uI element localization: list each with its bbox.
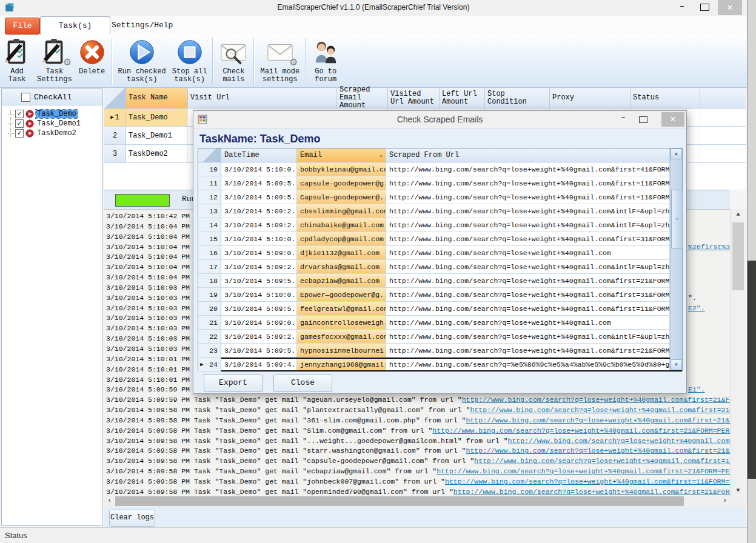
log-line: 3/10/2014 5:09:58 PM Task "Task_Demo" ge…: [106, 405, 730, 416]
log-vertical-scrollbar[interactable]: ▲ ▼: [730, 209, 746, 496]
column-header-stop-condition[interactable]: Stop Condition: [485, 88, 550, 108]
log-url-link[interactable]: http://www.bing.com/search?q=lose+weight…: [437, 467, 730, 475]
scroll-up-icon[interactable]: ▲: [731, 209, 746, 219]
scroll-down-icon[interactable]: ▼: [731, 485, 746, 496]
column-header-task-name[interactable]: Task Name: [126, 88, 188, 108]
close-button[interactable]: ✕: [718, 0, 742, 15]
column-header-scraped-email-amount[interactable]: Scraped Email Amount: [337, 88, 388, 108]
dialog-maximize-button[interactable]: [639, 116, 647, 123]
email-row[interactable]: ▶11 3/10/2014 5:09:5... capsule-goodepow…: [198, 176, 682, 190]
scrollbar-thumb[interactable]: ≡: [671, 190, 683, 249]
minimize-button[interactable]: –: [674, 1, 690, 15]
log-url-link[interactable]: http://www.bing.com/search?q=lose+weight…: [432, 427, 730, 435]
column-header-email[interactable]: Email▲: [297, 148, 386, 162]
mail-mode-settings-button[interactable]: ⚙ Mail mode settings: [258, 36, 302, 87]
run-checked-tasks-label: Run checked task(s): [118, 68, 166, 84]
check-all-row[interactable]: CheckAll: [2, 89, 102, 105]
log-email: plantextractsally@gmail.com: [307, 406, 420, 414]
email-row[interactable]: ▶19 3/10/2014 5:10:0... Epower—goodepowe…: [198, 288, 682, 302]
log-timestamp: 3/10/2014 5:09:58 PM: [106, 478, 190, 485]
tab-task-manager[interactable]: Task(s) Manager: [40, 16, 110, 36]
tab-file[interactable]: File: [5, 18, 40, 35]
scroll-right-icon[interactable]: ›: [720, 496, 730, 507]
dialog-minimize-button[interactable]: –: [616, 113, 631, 126]
row-number-cell: 3: [104, 145, 126, 162]
log-url-link[interactable]: http://www.bing.com/search?q=lose+weight…: [470, 406, 730, 414]
log-email: johnbeck007@gmail.com: [307, 478, 395, 485]
filler-cell: [700, 127, 746, 144]
task-tree-label[interactable]: Task_Demo: [36, 110, 78, 118]
task-checkbox[interactable]: ✓: [15, 110, 24, 118]
email-row[interactable]: ▶16 3/10/2014 5:09:0... djkie1132@gmail.…: [198, 246, 682, 260]
log-url-link[interactable]: http://www.bing.com/search?q=lose+weight…: [445, 478, 730, 485]
go-to-forum-button[interactable]: Go to forum: [309, 36, 342, 87]
log-timestamp: 3/10/2014 5:10:03 PM Ta: [106, 345, 207, 353]
column-header-datetime[interactable]: DateTime: [221, 148, 297, 162]
dialog-close-button[interactable]: ✕: [661, 112, 684, 127]
email-row[interactable]: ▶17 3/10/2014 5:09:2... drvarshas@gmail.…: [198, 260, 682, 274]
task-checkbox[interactable]: ✓: [15, 119, 24, 128]
email-row[interactable]: ▶13 3/10/2014 5:09:2... cbsslimming@gmai…: [198, 204, 682, 218]
scrollbar-thumb[interactable]: [732, 222, 744, 290]
check-mails-button[interactable]: Check mails: [216, 36, 250, 87]
task-tree-item[interactable]: ✓ Task_Demo1: [8, 119, 102, 128]
email-row[interactable]: ▶24 3/10/2014 5:09:4... jennyzhang1968@g…: [198, 358, 682, 371]
column-header-visit-url[interactable]: Visit Url: [188, 88, 337, 108]
dialog-title-bar[interactable]: Check Scraped Emails – ✕: [193, 111, 686, 128]
stop-all-tasks-button[interactable]: Stop all task(s): [170, 36, 210, 87]
email-row[interactable]: ▶10 3/10/2014 5:10:0... bobbykleinau@gma…: [198, 162, 682, 176]
export-button[interactable]: Export: [204, 374, 263, 392]
email-row[interactable]: ▶15 3/10/2014 5:10:0... cpdladycop@gmail…: [198, 232, 682, 246]
task-checkbox[interactable]: ✓: [15, 129, 24, 138]
select-all-corner[interactable]: [104, 88, 126, 108]
log-url-link[interactable]: http://www.bing.com/search?q=lose+weight…: [466, 416, 730, 424]
log-timestamp: 3/10/2014 5:10:03 PM Ta: [106, 304, 207, 312]
check-all-checkbox[interactable]: [21, 93, 30, 102]
email-row[interactable]: ▶12 3/10/2014 5:09:5... Capsule—goodepow…: [198, 190, 682, 204]
column-header-scraped-from-url[interactable]: Scraped From Url: [386, 148, 670, 162]
run-checked-tasks-button[interactable]: Run checked task(s): [116, 36, 169, 87]
log-url-link[interactable]: http://www.bing.com/search?q=lose+weight…: [466, 447, 730, 455]
tree-guide: [8, 114, 14, 115]
delete-button[interactable]: Delete: [76, 36, 109, 87]
column-header-left-url-amount[interactable]: Left Url Amount: [440, 88, 485, 108]
task-name-cell[interactable]: Task_Demo1: [126, 127, 188, 144]
add-task-button[interactable]: Add Task: [1, 36, 33, 87]
scroll-left-icon[interactable]: ‹: [104, 496, 115, 507]
task-settings-button[interactable]: ⚙ Task Settings: [35, 36, 75, 87]
task-name-cell[interactable]: TaskDemo2: [126, 145, 188, 162]
dialog-close-action-button[interactable]: Close: [273, 374, 332, 392]
email-row[interactable]: ▶23 3/10/2014 5:09:5... hypnosisinmelbou…: [198, 344, 682, 358]
clear-logs-button[interactable]: Clear logs: [109, 510, 155, 527]
task-name-cell[interactable]: Task_Demo: [126, 108, 188, 126]
scroll-up-icon[interactable]: ▲: [671, 148, 682, 159]
tab-settings-help[interactable]: Settings/Help: [112, 16, 172, 35]
task-tree-label[interactable]: TaskDemo2: [36, 129, 78, 138]
column-header-proxy[interactable]: Proxy: [550, 88, 631, 108]
log-horizontal-scrollbar[interactable]: ‹ ›: [104, 496, 730, 507]
log-url-link[interactable]: http://www.bing.com/search?q=lose+weight…: [508, 437, 730, 445]
row-number-cell: ▶24: [198, 358, 221, 371]
task-tree-item[interactable]: ✓ TaskDemo2: [8, 128, 102, 138]
maximize-button[interactable]: [700, 4, 709, 11]
email-cell: capsule-goodepower@g...: [297, 176, 386, 190]
task-tree-item[interactable]: ✓ Task_Demo: [8, 109, 102, 119]
scroll-down-icon[interactable]: ▼: [671, 359, 682, 370]
table-corner-cell[interactable]: [198, 148, 221, 162]
email-row[interactable]: ▶22 3/10/2014 5:09:2... gamesfocxxx@gmai…: [198, 330, 682, 344]
email-row[interactable]: ▶18 3/10/2014 5:09:5... ecbapziaw@gmail.…: [198, 274, 682, 288]
column-header-visited-url-amount[interactable]: Visited Url Amount: [388, 88, 440, 108]
column-header-status[interactable]: Status: [631, 88, 700, 108]
log-url-link[interactable]: http://www.bing.com/search?q=lose+weight…: [474, 457, 730, 465]
email-row[interactable]: ▶21 3/10/2014 5:09:0... gaincontrollosew…: [198, 316, 682, 330]
email-row[interactable]: ▶14 3/10/2014 5:09:2... chinabaike@gmail…: [198, 218, 682, 232]
log-url-link[interactable]: http://www.bing.com/search?q=lose+weight…: [453, 488, 730, 496]
log-url-link[interactable]: http://www.bing.com/search?q=lose+weight…: [462, 396, 730, 404]
email-row[interactable]: ▶20 3/10/2014 5:09:5... feelgreatwl@gmai…: [198, 302, 682, 316]
emails-table-scrollbar[interactable]: ▲ ≡ ▼: [670, 148, 682, 370]
scrollbar-thumb[interactable]: [115, 496, 684, 506]
task-tree-label[interactable]: Task_Demo1: [36, 119, 82, 128]
scraped-from-url-cell: http://www.bing.com/search?q=lose+weight…: [386, 288, 670, 302]
row-number-cell: ▶14: [198, 218, 221, 232]
emails-table-body: ▶10 3/10/2014 5:10:0... bobbykleinau@gma…: [198, 162, 682, 371]
